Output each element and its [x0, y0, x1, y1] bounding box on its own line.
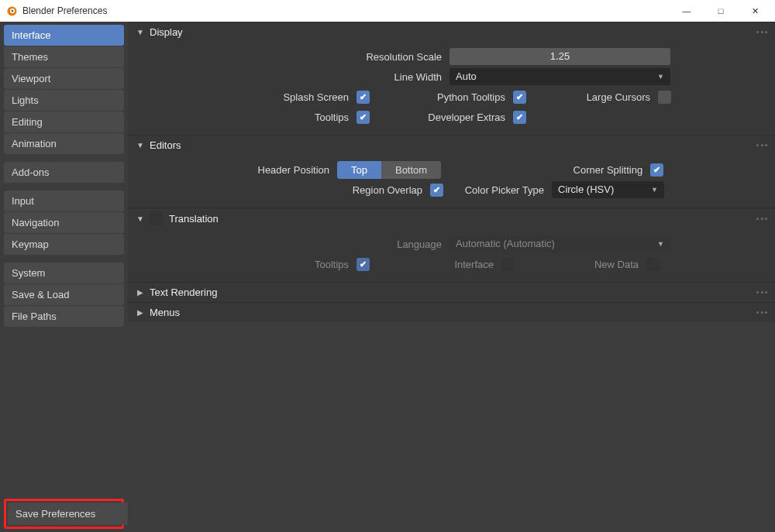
chevron-right-icon: ▶	[136, 308, 145, 317]
language-select[interactable]: Automatic (Automatic) ▼	[450, 235, 670, 252]
developer-extras-checkbox[interactable]: ✔	[513, 111, 526, 124]
large-cursors-checkbox[interactable]: ✔	[658, 91, 671, 104]
region-overlap-checkbox[interactable]: ✔	[430, 184, 443, 197]
header-position-toggle[interactable]: Top Bottom	[337, 161, 441, 179]
panel-title: Editors	[150, 139, 181, 151]
chevron-down-icon: ▼	[657, 68, 664, 85]
panel-header-editors[interactable]: ▼ Editors	[128, 135, 775, 155]
developer-extras-label: Developer Extras	[370, 112, 513, 123]
minimize-button[interactable]: —	[670, 0, 704, 22]
sidebar-item-navigation[interactable]: Navigation	[4, 212, 124, 233]
region-overlap-label: Region Overlap	[128, 184, 430, 196]
titlebar: Blender Preferences — □ ✕	[0, 0, 775, 22]
splash-checkbox[interactable]: ✔	[356, 91, 370, 104]
tooltips-label: Tooltips	[128, 112, 356, 123]
panel-header-text-rendering[interactable]: ▶ Text Rendering	[128, 282, 775, 302]
save-preferences-highlight: Save Preferences	[4, 499, 124, 529]
trans-interface-label: Interface	[370, 259, 501, 270]
sidebar-item-animation[interactable]: Animation	[4, 133, 124, 154]
panel-title: Menus	[150, 307, 180, 318]
panel-display: ▼ Display Resolution Scale 1.25 Line Wid…	[128, 22, 775, 135]
panel-title: Translation	[169, 213, 219, 225]
chevron-down-icon: ▼	[657, 235, 664, 252]
corner-splitting-label: Corner Splitting	[441, 164, 650, 176]
color-picker-label: Color Picker Type	[443, 184, 552, 196]
tooltips-checkbox[interactable]: ✔	[356, 111, 370, 124]
panel-header-menus[interactable]: ▶ Menus	[128, 302, 775, 322]
translation-enable-checkbox[interactable]: ✔	[150, 212, 163, 225]
drag-dots-icon[interactable]	[756, 291, 767, 294]
sidebar-item-file-paths[interactable]: File Paths	[4, 306, 124, 327]
resolution-scale-field[interactable]: 1.25	[450, 48, 670, 65]
line-width-select[interactable]: Auto ▼	[450, 68, 670, 85]
trans-newdata-label: New Data	[515, 259, 646, 270]
panel-menus: ▶ Menus	[128, 302, 775, 322]
header-position-top[interactable]: Top	[337, 161, 381, 179]
sidebar-item-editing[interactable]: Editing	[4, 112, 124, 132]
sidebar-item-input[interactable]: Input	[4, 190, 124, 211]
line-width-label: Line Width	[128, 71, 450, 83]
app-icon	[6, 5, 18, 17]
sidebar-item-add-ons[interactable]: Add-ons	[4, 162, 124, 183]
svg-point-2	[12, 9, 14, 12]
chevron-down-icon: ▼	[136, 141, 145, 149]
language-value: Automatic (Automatic)	[456, 235, 555, 252]
color-picker-value: Circle (HSV)	[558, 181, 614, 198]
trans-interface-checkbox[interactable]: ✔	[501, 258, 515, 271]
sidebar-item-lights[interactable]: Lights	[4, 90, 124, 111]
drag-dots-icon[interactable]	[756, 144, 767, 147]
panel-text-rendering: ▶ Text Rendering	[128, 282, 775, 302]
sidebar-item-viewport[interactable]: Viewport	[4, 68, 124, 89]
sidebar-item-interface[interactable]: Interface	[4, 25, 124, 46]
large-cursors-label: Large Cursors	[526, 91, 658, 103]
splash-label: Splash Screen	[128, 91, 356, 103]
panel-title: Text Rendering	[150, 287, 217, 298]
trans-tooltips-label: Tooltips	[128, 259, 356, 270]
python-tooltips-checkbox[interactable]: ✔	[513, 91, 526, 104]
trans-tooltips-checkbox[interactable]: ✔	[356, 258, 370, 271]
panel-header-translation[interactable]: ▼ ✔ Translation	[128, 208, 775, 229]
sidebar: InterfaceThemesViewportLightsEditingAnim…	[0, 22, 128, 532]
language-label: Language	[128, 239, 450, 250]
content: ▼ Display Resolution Scale 1.25 Line Wid…	[128, 22, 775, 532]
color-picker-select[interactable]: Circle (HSV) ▼	[552, 181, 664, 198]
trans-newdata-checkbox[interactable]: ✔	[646, 258, 660, 271]
close-button[interactable]: ✕	[738, 0, 772, 22]
sidebar-item-keymap[interactable]: Keymap	[4, 234, 124, 255]
resolution-scale-label: Resolution Scale	[128, 51, 450, 63]
sidebar-item-themes[interactable]: Themes	[4, 46, 124, 67]
window-title: Blender Preferences	[22, 5, 670, 16]
chevron-right-icon: ▶	[136, 288, 145, 297]
panel-translation: ▼ ✔ Translation Language Automatic (Auto…	[128, 208, 775, 282]
panel-editors: ▼ Editors Header Position Top Bottom Cor…	[128, 135, 775, 208]
maximize-button[interactable]: □	[704, 0, 738, 22]
drag-dots-icon[interactable]	[756, 218, 767, 221]
header-position-label: Header Position	[128, 164, 337, 176]
sidebar-item-system[interactable]: System	[4, 263, 124, 283]
line-width-value: Auto	[456, 68, 477, 85]
drag-dots-icon[interactable]	[756, 31, 767, 34]
chevron-down-icon: ▼	[651, 181, 658, 198]
sidebar-item-save-load[interactable]: Save & Load	[4, 284, 124, 305]
python-tooltips-label: Python Tooltips	[370, 91, 513, 103]
chevron-down-icon: ▼	[136, 28, 145, 36]
panel-title: Display	[150, 26, 183, 38]
corner-splitting-checkbox[interactable]: ✔	[650, 163, 663, 177]
save-preferences-button[interactable]: Save Preferences	[8, 503, 132, 525]
panel-header-display[interactable]: ▼ Display	[128, 22, 775, 42]
drag-dots-icon[interactable]	[756, 311, 767, 314]
chevron-down-icon: ▼	[136, 215, 145, 223]
header-position-bottom[interactable]: Bottom	[381, 161, 441, 179]
